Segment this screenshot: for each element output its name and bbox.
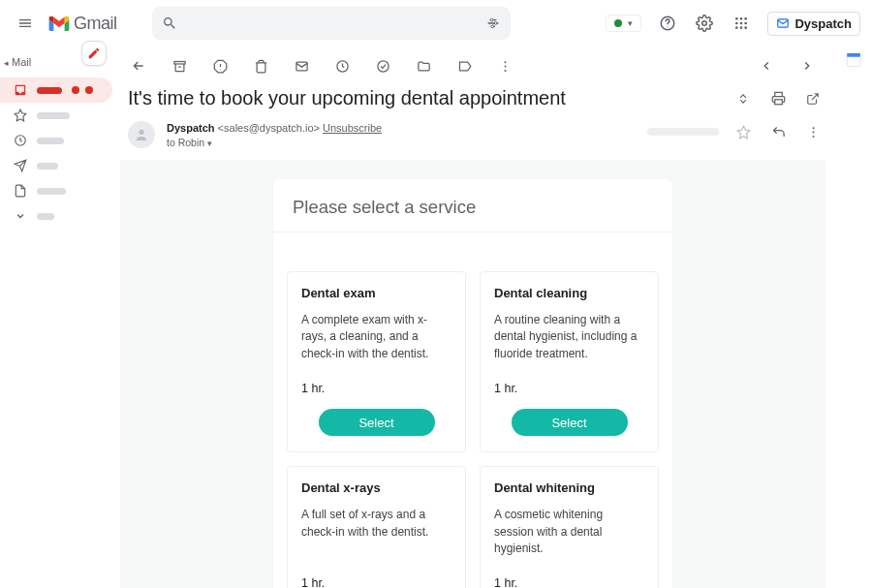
task-check-icon (376, 59, 390, 74)
service-card-item: Dental x-raysA full set of x-rays and a … (287, 466, 466, 588)
svg-point-10 (740, 22, 743, 25)
dyspatch-badge[interactable]: Dyspatch (767, 12, 860, 36)
calendar-icon (845, 50, 862, 68)
message-subject: It's time to book your upcoming dental a… (128, 87, 566, 109)
sidebar-item-sent[interactable] (0, 153, 112, 178)
gear-icon (696, 15, 713, 32)
status-indicator[interactable]: ▾ (606, 15, 641, 32)
apps-button[interactable] (731, 13, 752, 34)
search-input[interactable] (187, 15, 476, 31)
folder-move-icon (417, 59, 431, 74)
print-button[interactable] (767, 88, 789, 109)
svg-point-9 (735, 22, 738, 25)
newer-button[interactable] (796, 55, 818, 77)
message-more-button[interactable] (802, 121, 824, 142)
sidebar-item-drafts[interactable] (0, 178, 112, 203)
service-description: A complete exam with x-rays, a cleaning,… (301, 312, 452, 362)
service-card: Please select a service Dental examA com… (273, 179, 672, 588)
svg-point-4 (668, 26, 669, 27)
sender-avatar[interactable] (128, 121, 155, 148)
service-duration: 1 hr. (301, 382, 452, 395)
archive-button[interactable] (169, 55, 190, 77)
sidebar-item-inbox[interactable] (0, 77, 112, 103)
sidebar-item-more[interactable] (0, 203, 112, 229)
service-duration: 1 hr. (301, 576, 452, 588)
main-menu-button[interactable] (12, 10, 39, 37)
sender-email: <sales@dyspatch.io> (218, 122, 323, 134)
svg-point-8 (745, 17, 748, 20)
chevron-left-icon (760, 59, 773, 73)
more-actions-button[interactable] (494, 55, 515, 77)
external-icon (806, 92, 820, 106)
inbox-icon (14, 83, 27, 97)
open-new-window-button[interactable] (802, 88, 824, 109)
svg-point-28 (812, 135, 814, 137)
move-to-button[interactable] (413, 55, 434, 77)
sidebar-item-starred[interactable] (0, 103, 112, 128)
star-outline-icon (736, 125, 751, 139)
svg-point-5 (702, 21, 707, 26)
star-icon (14, 108, 27, 122)
snooze-button[interactable] (331, 55, 353, 77)
svg-point-23 (504, 69, 506, 71)
labels-button[interactable] (453, 55, 475, 77)
support-button[interactable] (657, 13, 678, 34)
expand-button[interactable] (732, 88, 754, 109)
trash-icon (254, 59, 268, 74)
recipient-line[interactable]: to Robin ▾ (167, 136, 382, 150)
search-options-icon[interactable] (485, 15, 501, 31)
unsubscribe-link[interactable]: Unsubscribe (323, 122, 382, 134)
back-button[interactable] (128, 55, 149, 77)
dyspatch-badge-label: Dyspatch (794, 16, 852, 31)
document-icon (14, 184, 27, 198)
service-title: Dental exam (301, 286, 452, 300)
service-card-item: Dental examA complete exam with x-rays, … (287, 271, 466, 452)
search-bar[interactable] (152, 7, 511, 40)
older-button[interactable] (756, 55, 777, 77)
label-icon (457, 59, 472, 74)
calendar-addon[interactable] (845, 50, 862, 68)
expand-icon (736, 92, 750, 106)
svg-point-2 (491, 25, 494, 28)
pencil-icon (87, 46, 101, 60)
svg-point-22 (504, 65, 506, 67)
report-spam-button[interactable] (209, 55, 231, 77)
service-title: Dental x-rays (301, 480, 452, 495)
service-duration: 1 hr. (494, 576, 644, 588)
email-heading: Please select a service (293, 197, 653, 218)
person-icon (134, 127, 149, 142)
chevron-down-icon (14, 209, 27, 223)
delete-button[interactable] (250, 55, 271, 77)
service-description: A full set of x-rays and a check-in with… (301, 507, 452, 557)
service-card-item: Dental whiteningA cosmetic whitening ses… (480, 466, 659, 588)
help-icon (659, 15, 676, 32)
envelope-icon (776, 16, 790, 30)
clock-icon (14, 134, 27, 147)
gmail-logo[interactable]: Gmail (48, 14, 117, 34)
gmail-logo-text: Gmail (74, 14, 117, 34)
settings-button[interactable] (694, 13, 715, 34)
sidebar-item-snoozed[interactable] (0, 128, 112, 153)
svg-point-20 (377, 60, 388, 71)
svg-point-1 (494, 22, 497, 25)
sender-row: Dyspatch <sales@dyspatch.io> Unsubscribe… (118, 119, 827, 160)
sidebar-section-label: Mail (12, 56, 31, 68)
gmail-logo-icon (48, 15, 70, 31)
print-icon (771, 91, 786, 106)
svg-point-12 (735, 26, 738, 29)
add-to-tasks-button[interactable] (372, 55, 393, 77)
sender-name: Dyspatch (167, 122, 215, 134)
svg-point-11 (745, 22, 748, 25)
header-actions: ▾ Dyspatch (606, 12, 860, 36)
star-message-button[interactable] (732, 121, 754, 142)
reply-button[interactable] (767, 121, 789, 142)
spam-icon (213, 59, 228, 74)
compose-button[interactable] (81, 41, 107, 66)
apps-grid-icon (733, 15, 749, 31)
mark-unread-button[interactable] (291, 55, 312, 77)
select-service-button[interactable]: Select (512, 409, 628, 436)
select-service-button[interactable]: Select (319, 409, 435, 436)
svg-rect-17 (173, 61, 184, 64)
svg-point-26 (812, 127, 814, 129)
svg-point-13 (740, 26, 743, 29)
